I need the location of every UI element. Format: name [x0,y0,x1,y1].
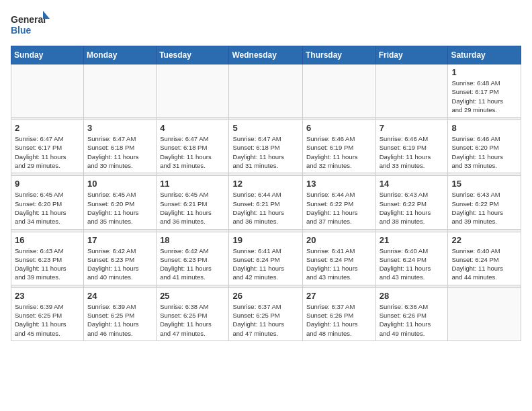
calendar-cell [302,64,375,118]
day-number: 17 [87,235,152,245]
day-info: Sunrise: 6:44 AM Sunset: 6:22 PM Dayligh… [306,190,372,226]
weekday-header-saturday: Saturday [448,46,521,64]
calendar-cell: 8Sunrise: 6:46 AM Sunset: 6:20 PM Daylig… [448,120,521,173]
day-info: Sunrise: 6:45 AM Sunset: 6:20 PM Dayligh… [87,190,152,226]
day-number: 18 [160,235,225,245]
day-number: 5 [232,123,299,133]
calendar-cell: 18Sunrise: 6:42 AM Sunset: 6:23 PM Dayli… [157,232,229,285]
weekday-header-wednesday: Wednesday [229,46,303,64]
calendar-cell: 11Sunrise: 6:45 AM Sunset: 6:21 PM Dayli… [157,176,229,229]
day-info: Sunrise: 6:43 AM Sunset: 6:23 PM Dayligh… [15,246,80,282]
calendar-cell: 15Sunrise: 6:43 AM Sunset: 6:22 PM Dayli… [448,176,521,229]
day-info: Sunrise: 6:37 AM Sunset: 6:26 PM Dayligh… [306,302,372,338]
day-number: 13 [306,179,372,189]
calendar-cell: 17Sunrise: 6:42 AM Sunset: 6:23 PM Dayli… [84,232,157,285]
day-number: 10 [87,179,152,189]
calendar-cell: 5Sunrise: 6:47 AM Sunset: 6:18 PM Daylig… [229,120,303,173]
day-info: Sunrise: 6:39 AM Sunset: 6:25 PM Dayligh… [15,302,80,338]
calendar-cell [375,64,448,118]
day-info: Sunrise: 6:47 AM Sunset: 6:18 PM Dayligh… [232,134,299,170]
calendar-cell [448,287,521,340]
day-info: Sunrise: 6:43 AM Sunset: 6:22 PM Dayligh… [380,190,445,226]
weekday-header-monday: Monday [84,46,157,64]
calendar-week-row: 23Sunrise: 6:39 AM Sunset: 6:25 PM Dayli… [11,287,521,340]
calendar-cell: 23Sunrise: 6:39 AM Sunset: 6:25 PM Dayli… [11,287,84,340]
calendar-week-row: 2Sunrise: 6:47 AM Sunset: 6:17 PM Daylig… [11,120,521,173]
day-info: Sunrise: 6:45 AM Sunset: 6:21 PM Dayligh… [160,190,225,226]
day-info: Sunrise: 6:41 AM Sunset: 6:24 PM Dayligh… [306,246,372,282]
calendar-cell: 9Sunrise: 6:45 AM Sunset: 6:20 PM Daylig… [11,176,84,229]
weekday-header-sunday: Sunday [11,46,84,64]
calendar-cell [229,64,303,118]
calendar-cell: 26Sunrise: 6:37 AM Sunset: 6:25 PM Dayli… [229,287,303,340]
day-number: 21 [380,235,445,245]
day-info: Sunrise: 6:42 AM Sunset: 6:23 PM Dayligh… [87,246,152,282]
weekday-header-tuesday: Tuesday [157,46,229,64]
calendar-cell: 3Sunrise: 6:47 AM Sunset: 6:18 PM Daylig… [84,120,157,173]
logo-svg: GeneralBlue [11,11,51,40]
weekday-header-thursday: Thursday [302,46,375,64]
day-info: Sunrise: 6:42 AM Sunset: 6:23 PM Dayligh… [160,246,225,282]
calendar-cell: 14Sunrise: 6:43 AM Sunset: 6:22 PM Dayli… [375,176,448,229]
calendar-cell: 4Sunrise: 6:47 AM Sunset: 6:18 PM Daylig… [157,120,229,173]
calendar-week-row: 16Sunrise: 6:43 AM Sunset: 6:23 PM Dayli… [11,232,521,285]
day-info: Sunrise: 6:45 AM Sunset: 6:20 PM Dayligh… [15,190,80,226]
calendar-cell: 28Sunrise: 6:36 AM Sunset: 6:26 PM Dayli… [375,287,448,340]
day-info: Sunrise: 6:43 AM Sunset: 6:22 PM Dayligh… [451,190,517,226]
calendar-cell: 21Sunrise: 6:40 AM Sunset: 6:24 PM Dayli… [375,232,448,285]
calendar-cell [84,64,157,118]
svg-marker-2 [43,11,50,19]
day-info: Sunrise: 6:46 AM Sunset: 6:19 PM Dayligh… [380,134,445,170]
day-number: 3 [87,123,152,133]
calendar-cell: 16Sunrise: 6:43 AM Sunset: 6:23 PM Dayli… [11,232,84,285]
day-number: 15 [451,179,517,189]
day-info: Sunrise: 6:36 AM Sunset: 6:26 PM Dayligh… [380,302,445,338]
calendar-cell: 20Sunrise: 6:41 AM Sunset: 6:24 PM Dayli… [302,232,375,285]
day-number: 6 [306,123,372,133]
weekday-header-row: SundayMondayTuesdayWednesdayThursdayFrid… [11,46,521,64]
day-number: 25 [160,291,225,301]
day-number: 24 [87,291,152,301]
day-info: Sunrise: 6:47 AM Sunset: 6:18 PM Dayligh… [160,134,225,170]
calendar-cell [157,64,229,118]
weekday-header-friday: Friday [375,46,448,64]
day-number: 14 [380,179,445,189]
calendar-cell: 6Sunrise: 6:46 AM Sunset: 6:19 PM Daylig… [302,120,375,173]
day-info: Sunrise: 6:37 AM Sunset: 6:25 PM Dayligh… [232,302,299,338]
day-number: 12 [232,179,299,189]
day-number: 20 [306,235,372,245]
day-info: Sunrise: 6:48 AM Sunset: 6:17 PM Dayligh… [451,79,517,114]
day-info: Sunrise: 6:44 AM Sunset: 6:21 PM Dayligh… [232,190,299,226]
calendar-cell: 1Sunrise: 6:48 AM Sunset: 6:17 PM Daylig… [448,64,521,118]
svg-text:General: General [11,14,46,25]
day-number: 16 [15,235,80,245]
page-header: GeneralBlue [11,11,521,40]
day-number: 27 [306,291,372,301]
calendar-cell: 24Sunrise: 6:39 AM Sunset: 6:25 PM Dayli… [84,287,157,340]
day-info: Sunrise: 6:47 AM Sunset: 6:17 PM Dayligh… [15,134,80,170]
calendar-cell: 12Sunrise: 6:44 AM Sunset: 6:21 PM Dayli… [229,176,303,229]
day-info: Sunrise: 6:38 AM Sunset: 6:25 PM Dayligh… [160,302,225,338]
day-number: 23 [15,291,80,301]
day-number: 8 [451,123,517,133]
calendar-week-row: 9Sunrise: 6:45 AM Sunset: 6:20 PM Daylig… [11,176,521,229]
calendar-cell: 7Sunrise: 6:46 AM Sunset: 6:19 PM Daylig… [375,120,448,173]
calendar-cell [11,64,84,118]
day-info: Sunrise: 6:39 AM Sunset: 6:25 PM Dayligh… [87,302,152,338]
calendar-cell: 22Sunrise: 6:40 AM Sunset: 6:24 PM Dayli… [448,232,521,285]
day-info: Sunrise: 6:46 AM Sunset: 6:19 PM Dayligh… [306,134,372,170]
calendar-cell: 10Sunrise: 6:45 AM Sunset: 6:20 PM Dayli… [84,176,157,229]
day-info: Sunrise: 6:40 AM Sunset: 6:24 PM Dayligh… [380,246,445,282]
svg-text:Blue: Blue [11,25,32,36]
day-number: 7 [380,123,445,133]
day-number: 26 [232,291,299,301]
logo: GeneralBlue [11,11,51,40]
day-number: 2 [15,123,80,133]
calendar-cell: 25Sunrise: 6:38 AM Sunset: 6:25 PM Dayli… [157,287,229,340]
day-number: 22 [451,235,517,245]
calendar-cell: 27Sunrise: 6:37 AM Sunset: 6:26 PM Dayli… [302,287,375,340]
day-number: 19 [232,235,299,245]
calendar-table: SundayMondayTuesdayWednesdayThursdayFrid… [11,46,521,341]
day-number: 9 [15,179,80,189]
day-number: 11 [160,179,225,189]
